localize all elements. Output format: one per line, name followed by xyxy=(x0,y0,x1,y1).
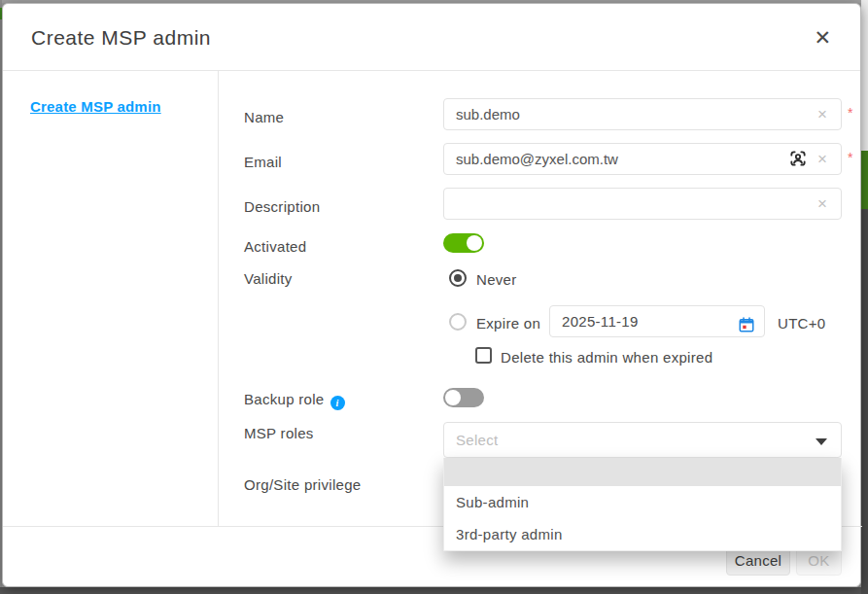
msp-roles-label: MSP roles xyxy=(244,425,314,441)
background-segment-light xyxy=(861,0,868,151)
validity-expire-label: Expire on xyxy=(476,315,540,332)
validity-label: Validity xyxy=(244,270,293,287)
clear-description-icon[interactable]: × xyxy=(817,195,827,212)
description-field[interactable] xyxy=(443,188,842,220)
background-segment-green xyxy=(861,151,868,209)
chevron-down-icon xyxy=(816,438,827,445)
backup-role-label-text: Backup role xyxy=(244,391,325,407)
sidebar-divider xyxy=(218,71,219,526)
dropdown-empty-option[interactable] xyxy=(444,458,841,486)
backup-role-toggle[interactable] xyxy=(443,388,484,407)
backup-role-label: Backup rolei xyxy=(244,391,345,410)
calendar-icon[interactable] xyxy=(738,313,755,343)
validity-never-label: Never xyxy=(476,271,517,288)
email-field[interactable] xyxy=(443,143,842,175)
msp-roles-dropdown: Sub-admin 3rd-party admin xyxy=(443,458,842,551)
expire-date-field[interactable]: 2025-11-19 xyxy=(549,305,765,337)
validity-never-radio[interactable] xyxy=(449,269,467,287)
name-required-mark: * xyxy=(848,105,852,121)
msp-roles-select[interactable]: Select xyxy=(443,422,842,458)
header-divider xyxy=(3,70,860,71)
email-label: Email xyxy=(244,154,282,170)
delete-when-expired-label: Delete this admin when expired xyxy=(501,349,712,366)
modal-header: Create MSP admin ✕ xyxy=(3,4,860,70)
name-field[interactable] xyxy=(443,98,842,130)
background-page-right xyxy=(861,0,868,594)
expire-date-value: 2025-11-19 xyxy=(562,313,639,330)
description-label: Description xyxy=(244,198,320,215)
email-required-mark: * xyxy=(848,150,852,165)
sidebar-item-create-msp-admin[interactable]: Create MSP admin xyxy=(30,98,161,115)
clear-name-icon[interactable]: × xyxy=(817,106,827,122)
dropdown-option-sub-admin[interactable]: Sub-admin xyxy=(444,486,841,518)
clear-email-icon[interactable]: × xyxy=(817,151,827,167)
toggle-knob xyxy=(445,390,461,405)
create-msp-admin-modal: Create MSP admin ✕ Create MSP admin Name… xyxy=(2,3,861,587)
name-label: Name xyxy=(244,109,284,125)
modal-title: Create MSP admin xyxy=(31,26,211,50)
delete-when-expired-checkbox[interactable] xyxy=(475,347,492,364)
background-page-bottom xyxy=(0,587,868,594)
close-icon[interactable]: ✕ xyxy=(814,27,831,48)
toggle-knob xyxy=(467,235,482,251)
dropdown-option-3rd-party-admin[interactable]: 3rd-party admin xyxy=(444,518,841,550)
timezone-label: UTC+0 xyxy=(778,315,825,332)
validity-expire-radio[interactable] xyxy=(449,313,467,331)
activated-toggle[interactable] xyxy=(443,233,484,253)
activated-label: Activated xyxy=(244,238,306,255)
user-scan-icon[interactable] xyxy=(788,149,808,172)
org-site-privilege-label: Org/Site privilege xyxy=(244,476,361,493)
msp-roles-placeholder: Select xyxy=(456,432,499,448)
info-icon[interactable]: i xyxy=(330,396,345,410)
